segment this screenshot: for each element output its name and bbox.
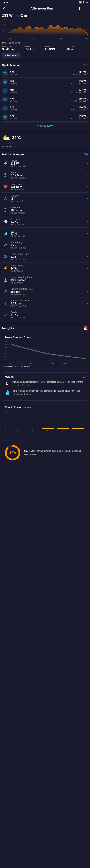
metric-impact-loading[interactable]: Impact Loading Rate 33.6 bw/sec Min 41 ·… [2,274,88,286]
vertical-oscillation-icon: ↕ [2,300,9,306]
split-info-s2: 7:53 1.00 km [10,80,71,85]
share-icon[interactable]: ⬆ [78,6,81,10]
splits-header: Splits Manual ••• [2,63,88,67]
zone-2-bar-container: 2 [26,429,39,431]
metric-heartrate[interactable]: ❤️ Heart Rate 131 bpm Min 78 · Max 144 › [2,181,88,192]
split-arrow-s5: › [87,107,88,110]
zones-info-icon[interactable]: ⓘ [83,405,86,409]
pace-arrow: › [87,174,88,177]
stride-length-icon [2,242,9,248]
metric-cadence[interactable]: Cadence 185 spm Min 164 · Max 196 › [2,204,88,216]
metrics-header: Metrics Averages Edit [2,153,88,156]
svg-rect-10 [4,234,4,235]
summary-date: Mon, Oct 21, 2024 [2,42,88,44]
split-row-s1[interactable]: S1 7:28 1.01 km 122 W Min 0 · Max 158 › [2,69,88,78]
metric-pace[interactable]: Pace 7:12 /km Min 7:39 · Max 8:43 › [2,169,88,181]
metric-grade[interactable]: Grade 0.3 % Min -173 · Max 14 › [2,309,88,321]
insights-calendar-icon[interactable]: 📅 [83,326,88,331]
moving-time-stat: Moving Time 39:46min [2,46,24,51]
elev-gain-stat: Elev Gain 60 m [66,46,88,51]
split-badge-s2: S2 [2,79,8,85]
grade-arrow: › [87,313,88,316]
split-arrow-s6: › [87,116,88,119]
chart-svg [7,19,88,35]
zone-5-label: 5 [77,429,78,431]
splits-more-icon[interactable]: ••• [84,63,88,67]
zone-3-bar-container: 3 [42,428,54,431]
weather-card-info-icon[interactable]: ⓘ [83,375,86,378]
close-icon[interactable]: ✕ [2,6,5,10]
elevation-value: -2 m [20,13,27,18]
metrics-section: Metrics Averages Edit ⚡ Power 133 W Min … [0,150,90,323]
mapbox-bar: 🗺 mapbox ⓘ [0,143,90,150]
split-info-s1: 7:28 1.01 km [10,71,73,76]
weather-temp: 24°C [12,135,21,140]
vertical-oscillation-info: Vertical Oscillation 5.09 cm Min 3:47 · … [10,299,87,307]
stress-value: 23 RSS [45,48,66,51]
elevation-icon: △ [17,14,19,17]
thermometer-icon: 🌡 [4,381,9,386]
metric-form-power-ratio[interactable]: Form Power Ratio 0.34 Min 0:24 · Max 0:4… [2,251,88,262]
grade-info: Grade 0.3 % Min -173 · Max 14 [10,311,87,319]
svg-text:87%: 87% [9,451,16,455]
form-power-ratio-info: Form Power Ratio 0.34 Min 0:24 · Max 0:4… [10,253,87,260]
status-icons: 📶 🔋 30 [79,1,88,4]
add-notes-button[interactable]: + Add Notes [2,53,20,58]
vertical-oscillation-arrow: › [87,302,88,305]
metric-stride-length[interactable]: Stride Length 0.75 m Min 0:59 · Max 0:91… [2,239,88,251]
zones-title-row: Time in Zones This Run ⓘ [4,405,86,409]
metric-vertical-oscillation[interactable]: ↕ Vertical Oscillation 5.09 cm Min 3:47 … [2,298,88,309]
split-row-s5[interactable]: S5 7:00 1.00 km 136 W Min 114 · Max 176 … [2,104,88,113]
nav-icons: ⬆ ⋮ [78,6,88,10]
split-row-s2[interactable]: S2 7:53 1.00 km 135 W Min 129 · Max 184 … [2,78,88,86]
zone-4-bar [57,428,69,429]
insights-section: Insights 📅 Power Duration Curve ⓘ 240 20… [0,323,90,470]
split-badge-s1: S1 [2,70,8,76]
svg-rect-11 [5,233,6,235]
heartrate-info: Heart Rate 131 bpm Min 78 · Max 144 [10,183,87,191]
wifi-icon: 🔋 [83,1,85,4]
split-badge-s5: S5 [2,105,8,111]
form-power-icon: ⚡ [2,265,9,272]
metric-power[interactable]: ⚡ Power 133 W Min 0:29 · Max 0:43 › [2,158,88,169]
moving-time-label: Moving Time [2,46,24,48]
cadence-icon [2,207,9,213]
hero-stats: 133 W △ -2 m [2,13,88,18]
pace-icon [2,172,9,178]
split-row-s4[interactable]: S4 6:39 1.00 km 136 W Min 118 · Max 158 … [2,95,88,104]
split-row-s6[interactable]: S6 3:36 0.51 km 135 W Min 122 · Max 160 … [2,113,88,122]
weather-temp-item: 🌡 This run had a temperature of 24°C, co… [4,380,86,387]
elevation-arrow: › [87,197,88,200]
pdc-x-axis: 10s 1m 5m 10m 15m 20s40s 1h 2h [9,362,86,364]
pace-info: Pace 7:12 /km Min 7:39 · Max 8:43 [10,171,87,179]
lss-info: LSS 17 % Min 6:8 · Max 10:8 [10,229,87,237]
impact-loading-arrow: › [87,278,88,281]
chart-y-axis: 180 120 60 0 [2,19,7,37]
pdc-info-icon[interactable]: ⓘ [83,335,86,339]
metrics-title: Metrics Averages [2,153,24,156]
metric-form-power[interactable]: ⚡ Form Power 44 W Min 41 · Max 49 › [2,262,88,274]
metrics-edit-button[interactable]: Edit [84,153,88,156]
metric-airpower[interactable]: 💨 Air Power 1.7 % Min 0:8 · Max 5:5 › [2,216,88,227]
pdc-svg [9,341,86,362]
metric-gct[interactable]: ⏱ Ground Contact Time 267 ms Min 224 · M… [2,286,88,298]
lss-icon [2,230,9,237]
view-as-table-button[interactable]: View as Table [2,122,88,129]
split-info-s3: 7:10 1.00 km [10,88,71,93]
metric-lss[interactable]: LSS 17 % Min 6:8 · Max 10:8 › [2,227,88,239]
insights-header: Insights 📅 [2,326,88,331]
distance-value: 5.52 km [24,48,45,51]
zone-5-bar-container: 5 [72,428,84,431]
split-row-s3[interactable]: S3 7:10 1.00 km 137 W Min 118 · Max 158 … [2,86,88,95]
split-badge-s3: S3 [2,88,8,94]
donut-section: 87% 87% of your running duration over th… [2,440,88,465]
zone-4-bar-container: 4 [57,428,69,431]
mapbox-info-icon[interactable]: ⓘ [14,145,16,148]
split-right-s2: 135 W Min 129 · Max 184 › [71,80,88,85]
zones-chart: 100 75 50 25 0 1 2 [4,411,86,434]
elevation-info: Elevation -2 m Min -2 · Max 18 [10,194,87,202]
signal-icon: 📶 [79,1,82,4]
more-icon[interactable]: ⋮ [84,6,88,10]
metric-elevation[interactable]: △ Elevation -2 m Min -2 · Max 18 › [2,192,88,204]
airpower-arrow: › [87,220,88,223]
